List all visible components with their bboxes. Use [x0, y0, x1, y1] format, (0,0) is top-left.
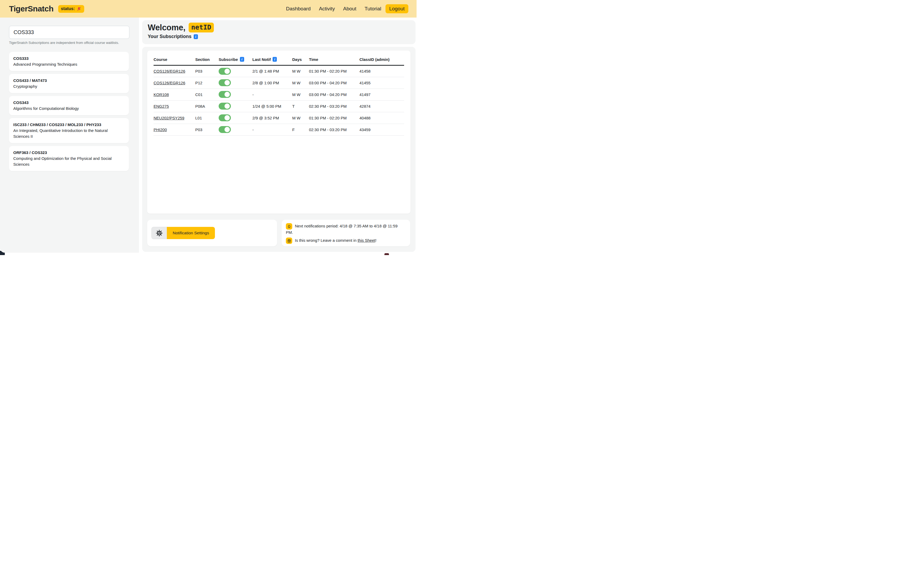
app-logo: TigerSnatch [9, 4, 53, 13]
last-notif-cell: 2/8 @ 1:00 PM [252, 77, 292, 89]
last-notif-cell: 1/24 @ 5:00 PM [252, 100, 292, 112]
classid-cell: 41497 [360, 89, 404, 100]
calendar-x-icon [286, 238, 292, 244]
notification-settings-button[interactable]: Notification Settings [152, 227, 215, 239]
section-cell: P03 [195, 124, 219, 135]
subscription-row: KOR108 C01 - M W 03:00 PM - 04:20 PM 414… [153, 89, 404, 100]
subscribe-info-icon[interactable]: i [240, 57, 244, 62]
bell-slash-icon [76, 6, 81, 11]
days-cell: M W [292, 112, 309, 124]
subscription-row: COS126/EGR126 P12 2/8 @ 1:00 PM M W 03:0… [153, 77, 404, 89]
course-result-card[interactable]: COS343 Algorithms for Computational Biol… [9, 96, 129, 115]
course-link[interactable]: KOR108 [153, 92, 169, 97]
days-cell: T [292, 100, 309, 112]
course-link[interactable]: ENG275 [153, 104, 169, 108]
search-helper-text: TigerSnatch Subscriptions are independen… [9, 41, 129, 45]
subscriptions-info-icon[interactable]: i [194, 34, 198, 39]
subscriptions-panel: Course Section Subscribe i Last Noti [142, 47, 416, 252]
nav-about[interactable]: About [343, 6, 357, 12]
welcome-panel: Welcome, netID Your Subscriptions i [142, 20, 416, 44]
main-content: Welcome, netID Your Subscriptions i Cour… [139, 18, 417, 253]
course-search-sidebar: TigerSnatch Subscriptions are independen… [0, 18, 139, 253]
top-nav: Dashboard Activity About Tutorial [286, 6, 381, 12]
welcome-heading: Welcome, [148, 23, 186, 32]
subscribe-toggle[interactable] [219, 79, 231, 86]
nav-dashboard[interactable]: Dashboard [286, 6, 310, 12]
status-badge: status: [58, 5, 84, 13]
nav-activity[interactable]: Activity [319, 6, 335, 12]
last-notif-info-icon[interactable]: i [273, 57, 277, 62]
section-cell: C01 [195, 89, 219, 100]
time-cell: 03:00 PM - 04:20 PM [309, 77, 360, 89]
subscription-row: NEU202/PSY259 L01 2/9 @ 3:52 PM M W 01:3… [153, 112, 404, 124]
logout-button[interactable]: Logout [386, 4, 408, 13]
days-cell: M W [292, 65, 309, 77]
last-notif-cell: - [252, 124, 292, 135]
notification-period-notice: Next notifications period: 4/18 @ 7:35 A… [286, 223, 406, 235]
subscriptions-title: Your Subscriptions [148, 34, 192, 39]
subscriptions-table: Course Section Subscribe i Last Noti [153, 54, 404, 135]
subscription-row: COS126/EGR126 P03 2/1 @ 1:48 PM M W 01:3… [153, 65, 404, 77]
course-code: COS333 [13, 56, 124, 62]
toggle-knob [225, 115, 230, 120]
toggle-knob [225, 80, 230, 85]
subscribe-toggle[interactable] [219, 126, 231, 133]
time-cell: 01:30 PM - 02:20 PM [309, 112, 360, 124]
course-link[interactable]: NEU202/PSY259 [153, 116, 184, 120]
notices-card: Next notifications period: 4/18 @ 7:35 A… [282, 220, 410, 246]
col-course: Course [153, 54, 195, 65]
course-result-card[interactable]: COS433 / MAT473 Cryptography [9, 74, 129, 93]
feedback-notice: Is this wrong? Leave a comment in this S… [286, 238, 406, 244]
col-last-notif: Last Notif i [252, 54, 292, 65]
section-cell: P03 [195, 65, 219, 77]
section-cell: L01 [195, 112, 219, 124]
days-cell: M W [292, 77, 309, 89]
subscribe-toggle[interactable] [219, 114, 231, 121]
bottom-cards-row: Notification Settings Next notifications… [147, 220, 411, 246]
days-cell: F [292, 124, 309, 135]
course-code: COS433 / MAT473 [13, 78, 124, 84]
subscriptions-table-card: Course Section Subscribe i Last Noti [147, 51, 411, 214]
subscribe-toggle[interactable] [219, 68, 231, 75]
time-cell: 02:30 PM - 03:20 PM [309, 124, 360, 135]
last-notif-cell: 2/1 @ 1:48 PM [252, 65, 292, 77]
course-title: Algorithms for Computational Biology [13, 105, 124, 111]
toggle-knob [225, 127, 230, 132]
toggle-knob [225, 92, 230, 97]
toggle-knob [225, 104, 230, 109]
section-cell: P12 [195, 77, 219, 89]
last-notif-cell: - [252, 89, 292, 100]
col-section: Section [195, 54, 219, 65]
top-header: TigerSnatch status: Dashboard Activity A… [0, 0, 417, 18]
course-link[interactable]: COS126/EGR126 [153, 69, 185, 74]
app-body: TigerSnatch Subscriptions are independen… [0, 18, 417, 253]
sheet-link[interactable]: this Sheet [358, 238, 375, 242]
classid-cell: 41455 [360, 77, 404, 89]
course-title: Advanced Programming Techniques [13, 62, 124, 67]
course-link[interactable]: PHI200 [153, 127, 167, 132]
course-search-input[interactable] [9, 26, 129, 39]
search-results-list: COS333 Advanced Programming Techniques C… [9, 52, 129, 171]
course-result-card[interactable]: ISC233 / CHM233 / COS233 / MOL233 / PHY2… [9, 118, 129, 143]
classid-cell: 43459 [360, 124, 404, 135]
course-result-card[interactable]: ORF363 / COS323 Computing and Optimizati… [9, 146, 129, 171]
table-header-row: Course Section Subscribe i Last Noti [153, 54, 404, 65]
course-code: ISC233 / CHM233 / COS233 / MOL233 / PHY2… [13, 122, 124, 128]
bell-icon [286, 223, 292, 230]
subscription-row: ENG275 P08A 1/24 @ 5:00 PM T 02:30 PM - … [153, 100, 404, 112]
course-title: Cryptography [13, 84, 124, 89]
course-link[interactable]: COS126/EGR126 [153, 81, 185, 85]
course-result-card[interactable]: COS333 Advanced Programming Techniques [9, 52, 129, 71]
nav-tutorial[interactable]: Tutorial [364, 6, 381, 12]
time-cell: 01:30 PM - 02:20 PM [309, 65, 360, 77]
footer-logo-peek [384, 253, 389, 255]
subscribe-toggle[interactable] [219, 91, 231, 98]
subscription-row: PHI200 P03 - F 02:30 PM - 03:20 PM 43459 [153, 124, 404, 135]
time-cell: 02:30 PM - 03:20 PM [309, 100, 360, 112]
course-title: An Integrated, Quantitative Introduction… [13, 128, 124, 139]
status-label: status: [61, 6, 75, 11]
col-classid: ClassID (admin) [360, 54, 404, 65]
course-code: ORF363 / COS323 [13, 150, 124, 156]
subscribe-toggle[interactable] [219, 103, 231, 110]
classid-cell: 42874 [360, 100, 404, 112]
